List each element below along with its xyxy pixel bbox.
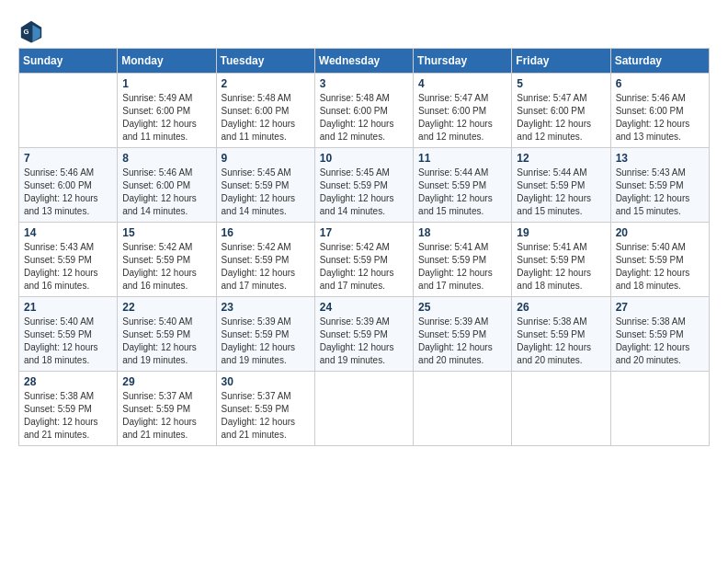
calendar-cell: 7 Sunrise: 5:46 AMSunset: 6:00 PMDayligh… <box>19 148 118 223</box>
calendar-cell: 19 Sunrise: 5:41 AMSunset: 5:59 PMDaylig… <box>512 223 610 297</box>
day-info: Sunrise: 5:39 AMSunset: 5:59 PMDaylight:… <box>418 316 506 367</box>
day-info: Sunrise: 5:47 AMSunset: 6:00 PMDaylight:… <box>517 92 605 144</box>
day-number: 24 <box>320 301 408 314</box>
day-number: 9 <box>222 152 310 165</box>
page-header: G <box>18 18 710 44</box>
day-info: Sunrise: 5:40 AMSunset: 5:59 PMDaylight:… <box>122 316 210 367</box>
calendar-cell: 28 Sunrise: 5:38 AMSunset: 5:59 PMDaylig… <box>19 372 118 446</box>
calendar-cell: 16 Sunrise: 5:42 AMSunset: 5:59 PMDaylig… <box>216 223 314 297</box>
calendar-cell: 27 Sunrise: 5:38 AMSunset: 5:59 PMDaylig… <box>610 297 709 372</box>
logo: G <box>18 18 48 44</box>
day-info: Sunrise: 5:40 AMSunset: 5:59 PMDaylight:… <box>616 241 704 293</box>
day-info: Sunrise: 5:46 AMSunset: 6:00 PMDaylight:… <box>122 167 210 218</box>
calendar-cell: 5 Sunrise: 5:47 AMSunset: 6:00 PMDayligh… <box>512 74 610 148</box>
logo-icon: G <box>18 18 44 44</box>
day-number: 22 <box>122 301 210 314</box>
day-info: Sunrise: 5:48 AMSunset: 6:00 PMDaylight:… <box>320 92 408 144</box>
day-number: 11 <box>418 152 506 165</box>
calendar-cell: 13 Sunrise: 5:43 AMSunset: 5:59 PMDaylig… <box>610 148 709 223</box>
day-info: Sunrise: 5:49 AMSunset: 6:00 PMDaylight:… <box>122 92 210 144</box>
calendar-cell: 21 Sunrise: 5:40 AMSunset: 5:59 PMDaylig… <box>19 297 118 372</box>
day-info: Sunrise: 5:42 AMSunset: 5:59 PMDaylight:… <box>222 241 310 293</box>
day-number: 14 <box>24 226 112 239</box>
day-info: Sunrise: 5:40 AMSunset: 5:59 PMDaylight:… <box>24 316 112 367</box>
day-info: Sunrise: 5:46 AMSunset: 6:00 PMDaylight:… <box>616 92 704 144</box>
calendar-cell: 20 Sunrise: 5:40 AMSunset: 5:59 PMDaylig… <box>610 223 709 297</box>
calendar-cell: 25 Sunrise: 5:39 AMSunset: 5:59 PMDaylig… <box>414 297 512 372</box>
day-info: Sunrise: 5:44 AMSunset: 5:59 PMDaylight:… <box>418 167 506 218</box>
day-number: 7 <box>24 152 112 165</box>
day-number: 2 <box>222 77 310 90</box>
day-header-sunday: Sunday <box>19 49 118 74</box>
calendar-cell: 11 Sunrise: 5:44 AMSunset: 5:59 PMDaylig… <box>414 148 512 223</box>
day-number: 29 <box>122 375 210 388</box>
day-info: Sunrise: 5:45 AMSunset: 5:59 PMDaylight:… <box>222 167 310 218</box>
day-number: 15 <box>122 226 210 239</box>
calendar-week-4: 21 Sunrise: 5:40 AMSunset: 5:59 PMDaylig… <box>19 297 710 372</box>
day-number: 6 <box>616 77 704 90</box>
day-number: 19 <box>517 226 605 239</box>
day-info: Sunrise: 5:38 AMSunset: 5:59 PMDaylight:… <box>517 316 605 367</box>
calendar-cell: 12 Sunrise: 5:44 AMSunset: 5:59 PMDaylig… <box>512 148 610 223</box>
calendar-cell: 17 Sunrise: 5:42 AMSunset: 5:59 PMDaylig… <box>314 223 413 297</box>
day-info: Sunrise: 5:39 AMSunset: 5:59 PMDaylight:… <box>320 316 408 367</box>
day-info: Sunrise: 5:45 AMSunset: 5:59 PMDaylight:… <box>320 167 408 218</box>
day-info: Sunrise: 5:43 AMSunset: 5:59 PMDaylight:… <box>616 167 704 218</box>
calendar-cell: 30 Sunrise: 5:37 AMSunset: 5:59 PMDaylig… <box>216 372 314 446</box>
day-header-friday: Friday <box>512 49 610 74</box>
calendar-header-row: SundayMondayTuesdayWednesdayThursdayFrid… <box>19 49 710 74</box>
calendar-cell: 3 Sunrise: 5:48 AMSunset: 6:00 PMDayligh… <box>314 74 413 148</box>
calendar-body: 1 Sunrise: 5:49 AMSunset: 6:00 PMDayligh… <box>19 74 710 446</box>
svg-text:G: G <box>24 28 29 36</box>
day-number: 3 <box>320 77 408 90</box>
day-number: 26 <box>517 301 605 314</box>
day-header-thursday: Thursday <box>414 49 512 74</box>
day-number: 8 <box>122 152 210 165</box>
calendar-cell: 6 Sunrise: 5:46 AMSunset: 6:00 PMDayligh… <box>610 74 709 148</box>
day-number: 21 <box>24 301 112 314</box>
day-info: Sunrise: 5:41 AMSunset: 5:59 PMDaylight:… <box>517 241 605 293</box>
day-number: 10 <box>320 152 408 165</box>
calendar-cell: 8 Sunrise: 5:46 AMSunset: 6:00 PMDayligh… <box>118 148 216 223</box>
calendar-cell <box>314 372 413 446</box>
day-info: Sunrise: 5:47 AMSunset: 6:00 PMDaylight:… <box>418 92 506 144</box>
day-number: 13 <box>616 152 704 165</box>
day-info: Sunrise: 5:42 AMSunset: 5:59 PMDaylight:… <box>122 241 210 293</box>
calendar-cell <box>512 372 610 446</box>
day-number: 12 <box>517 152 605 165</box>
calendar-cell: 26 Sunrise: 5:38 AMSunset: 5:59 PMDaylig… <box>512 297 610 372</box>
day-number: 25 <box>418 301 506 314</box>
calendar-week-2: 7 Sunrise: 5:46 AMSunset: 6:00 PMDayligh… <box>19 148 710 223</box>
calendar-cell: 9 Sunrise: 5:45 AMSunset: 5:59 PMDayligh… <box>216 148 314 223</box>
day-number: 30 <box>222 375 310 388</box>
calendar-cell: 4 Sunrise: 5:47 AMSunset: 6:00 PMDayligh… <box>414 74 512 148</box>
day-info: Sunrise: 5:43 AMSunset: 5:59 PMDaylight:… <box>24 241 112 293</box>
day-info: Sunrise: 5:38 AMSunset: 5:59 PMDaylight:… <box>24 390 112 442</box>
day-info: Sunrise: 5:42 AMSunset: 5:59 PMDaylight:… <box>320 241 408 293</box>
calendar-cell: 29 Sunrise: 5:37 AMSunset: 5:59 PMDaylig… <box>118 372 216 446</box>
day-info: Sunrise: 5:37 AMSunset: 5:59 PMDaylight:… <box>222 390 310 442</box>
day-header-wednesday: Wednesday <box>314 49 413 74</box>
day-info: Sunrise: 5:44 AMSunset: 5:59 PMDaylight:… <box>517 167 605 218</box>
day-info: Sunrise: 5:41 AMSunset: 5:59 PMDaylight:… <box>418 241 506 293</box>
calendar-cell: 22 Sunrise: 5:40 AMSunset: 5:59 PMDaylig… <box>118 297 216 372</box>
day-number: 1 <box>122 77 210 90</box>
day-header-monday: Monday <box>118 49 216 74</box>
calendar-cell <box>610 372 709 446</box>
day-number: 23 <box>222 301 310 314</box>
calendar-cell: 23 Sunrise: 5:39 AMSunset: 5:59 PMDaylig… <box>216 297 314 372</box>
day-info: Sunrise: 5:37 AMSunset: 5:59 PMDaylight:… <box>122 390 210 442</box>
calendar-cell: 14 Sunrise: 5:43 AMSunset: 5:59 PMDaylig… <box>19 223 118 297</box>
calendar-cell: 18 Sunrise: 5:41 AMSunset: 5:59 PMDaylig… <box>414 223 512 297</box>
day-number: 17 <box>320 226 408 239</box>
calendar-cell: 15 Sunrise: 5:42 AMSunset: 5:59 PMDaylig… <box>118 223 216 297</box>
day-info: Sunrise: 5:48 AMSunset: 6:00 PMDaylight:… <box>222 92 310 144</box>
day-header-saturday: Saturday <box>610 49 709 74</box>
calendar-cell <box>414 372 512 446</box>
day-number: 20 <box>616 226 704 239</box>
calendar-cell: 2 Sunrise: 5:48 AMSunset: 6:00 PMDayligh… <box>216 74 314 148</box>
day-number: 28 <box>24 375 112 388</box>
calendar-cell <box>19 74 118 148</box>
calendar-week-5: 28 Sunrise: 5:38 AMSunset: 5:59 PMDaylig… <box>19 372 710 446</box>
calendar-cell: 10 Sunrise: 5:45 AMSunset: 5:59 PMDaylig… <box>314 148 413 223</box>
